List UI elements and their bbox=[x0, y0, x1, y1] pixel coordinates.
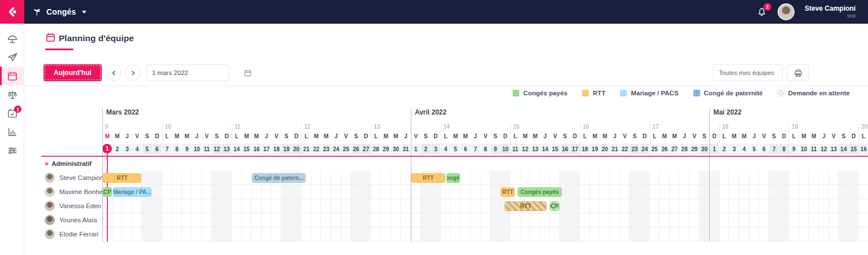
day-cell[interactable] bbox=[799, 171, 809, 185]
day-cell[interactable] bbox=[560, 185, 570, 199]
leave-bar-paternite[interactable]: Congé de patern... bbox=[252, 173, 306, 183]
day-cell[interactable] bbox=[829, 171, 839, 185]
day-cell[interactable] bbox=[600, 213, 610, 227]
day-cell[interactable] bbox=[321, 171, 331, 185]
day-cell[interactable] bbox=[640, 213, 650, 227]
day-cell[interactable] bbox=[232, 227, 242, 241]
day-cell[interactable] bbox=[202, 185, 212, 199]
day-cell[interactable] bbox=[480, 185, 491, 199]
day-cell[interactable] bbox=[650, 171, 660, 185]
sidebar-item-planning[interactable] bbox=[0, 67, 24, 85]
day-cell[interactable] bbox=[480, 213, 491, 227]
day-cell[interactable] bbox=[222, 227, 232, 241]
day-cell[interactable] bbox=[222, 185, 232, 199]
day-cell[interactable] bbox=[341, 185, 351, 199]
day-cell[interactable] bbox=[809, 199, 819, 213]
day-cell[interactable] bbox=[431, 213, 441, 227]
day-cell[interactable] bbox=[709, 199, 719, 213]
day-cell[interactable] bbox=[700, 199, 710, 213]
day-cell[interactable] bbox=[450, 199, 461, 213]
day-cell[interactable] bbox=[779, 199, 789, 213]
day-cell[interactable] bbox=[461, 199, 471, 213]
day-cell[interactable] bbox=[580, 199, 590, 213]
day-cell[interactable] bbox=[132, 213, 142, 227]
day-cell[interactable] bbox=[789, 171, 799, 185]
day-cell[interactable] bbox=[401, 185, 411, 199]
leave-bar-rtt[interactable]: RTT bbox=[411, 173, 445, 183]
day-cell[interactable] bbox=[530, 171, 540, 185]
day-cell[interactable] bbox=[321, 199, 331, 213]
day-cell[interactable] bbox=[212, 171, 222, 185]
day-cell[interactable] bbox=[500, 213, 510, 227]
day-cell[interactable] bbox=[520, 227, 531, 241]
day-cell[interactable] bbox=[361, 171, 371, 185]
day-cell[interactable] bbox=[182, 227, 192, 241]
day-cell[interactable] bbox=[620, 185, 630, 199]
day-cell[interactable] bbox=[600, 227, 610, 241]
day-cell[interactable] bbox=[520, 171, 531, 185]
day-cell[interactable] bbox=[550, 171, 560, 185]
day-cell[interactable] bbox=[510, 171, 520, 185]
day-cell[interactable] bbox=[251, 185, 262, 199]
day-cell[interactable] bbox=[251, 227, 262, 241]
day-cell[interactable] bbox=[391, 227, 401, 241]
day-cell[interactable] bbox=[461, 185, 471, 199]
day-cell[interactable] bbox=[262, 185, 272, 199]
day-cell[interactable] bbox=[739, 227, 749, 241]
day-cell[interactable] bbox=[182, 185, 192, 199]
day-cell[interactable] bbox=[381, 171, 391, 185]
day-cell[interactable] bbox=[630, 227, 640, 241]
day-cell[interactable] bbox=[281, 227, 292, 241]
day-cell[interactable] bbox=[162, 185, 172, 199]
day-cell[interactable] bbox=[331, 199, 341, 213]
day-cell[interactable] bbox=[689, 185, 700, 199]
day-cell[interactable] bbox=[839, 227, 849, 241]
day-cell[interactable] bbox=[321, 213, 331, 227]
day-cell[interactable] bbox=[192, 213, 202, 227]
day-cell[interactable] bbox=[281, 213, 292, 227]
day-cell[interactable] bbox=[461, 171, 471, 185]
day-cell[interactable] bbox=[590, 171, 600, 185]
day-cell[interactable] bbox=[421, 213, 431, 227]
day-cell[interactable] bbox=[381, 227, 391, 241]
day-cell[interactable] bbox=[152, 171, 162, 185]
day-cell[interactable] bbox=[650, 213, 660, 227]
day-cell[interactable] bbox=[371, 185, 381, 199]
day-cell[interactable] bbox=[321, 227, 331, 241]
day-cell[interactable] bbox=[700, 171, 710, 185]
day-cell[interactable] bbox=[749, 171, 760, 185]
day-cell[interactable] bbox=[719, 227, 730, 241]
day-cell[interactable] bbox=[351, 199, 361, 213]
user-menu[interactable]: Steve Campioni test bbox=[805, 5, 856, 19]
day-cell[interactable] bbox=[709, 171, 719, 185]
day-cell[interactable] bbox=[391, 171, 401, 185]
day-cell[interactable] bbox=[192, 199, 202, 213]
notifications-button[interactable]: 2 bbox=[756, 6, 767, 17]
day-cell[interactable] bbox=[560, 171, 570, 185]
day-cell[interactable] bbox=[371, 227, 381, 241]
day-cell[interactable] bbox=[491, 199, 501, 213]
day-cell[interactable] bbox=[471, 227, 481, 241]
day-cell[interactable] bbox=[769, 213, 779, 227]
day-cell[interactable] bbox=[620, 227, 630, 241]
day-cell[interactable] bbox=[381, 185, 391, 199]
day-cell[interactable] bbox=[570, 199, 580, 213]
day-cell[interactable] bbox=[610, 185, 620, 199]
day-cell[interactable] bbox=[759, 213, 769, 227]
sidebar-item-demandes[interactable] bbox=[0, 48, 24, 67]
day-cell[interactable] bbox=[769, 199, 779, 213]
day-cell[interactable] bbox=[450, 227, 461, 241]
day-cell[interactable] bbox=[640, 199, 650, 213]
day-cell[interactable] bbox=[640, 227, 650, 241]
leave-bar-cp[interactable]: CP bbox=[103, 187, 112, 197]
day-cell[interactable] bbox=[650, 199, 660, 213]
day-cell[interactable] bbox=[411, 199, 421, 213]
day-cell[interactable] bbox=[182, 171, 192, 185]
day-cell[interactable] bbox=[570, 213, 580, 227]
day-cell[interactable] bbox=[839, 185, 849, 199]
day-cell[interactable] bbox=[809, 185, 819, 199]
day-cell[interactable] bbox=[729, 185, 739, 199]
day-cell[interactable] bbox=[251, 199, 262, 213]
day-cell[interactable] bbox=[550, 213, 560, 227]
sidebar-item-validations[interactable]: 1 bbox=[0, 104, 24, 122]
